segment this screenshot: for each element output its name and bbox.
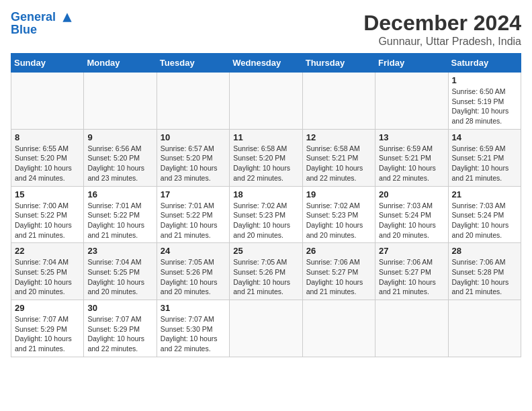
calendar-cell: 21 Sunrise: 7:03 AM Sunset: 5:24 PM Dayl… bbox=[448, 186, 521, 243]
day-number: 12 bbox=[306, 132, 371, 142]
day-detail: Sunrise: 6:56 AM Sunset: 5:20 PM Dayligh… bbox=[87, 144, 152, 183]
calendar-cell: 18 Sunrise: 7:02 AM Sunset: 5:23 PM Dayl… bbox=[230, 186, 302, 243]
calendar-week-row: 29 Sunrise: 7:07 AM Sunset: 5:29 PM Dayl… bbox=[11, 300, 521, 357]
day-detail: Sunrise: 7:03 AM Sunset: 5:24 PM Dayligh… bbox=[452, 201, 517, 240]
day-number: 30 bbox=[87, 303, 152, 313]
day-detail: Sunrise: 6:59 AM Sunset: 5:21 PM Dayligh… bbox=[452, 144, 517, 183]
calendar-cell bbox=[375, 300, 448, 357]
title-block: December 2024 Gunnaur, Uttar Pradesh, In… bbox=[363, 11, 521, 48]
calendar-cell: 15 Sunrise: 7:00 AM Sunset: 5:22 PM Dayl… bbox=[11, 186, 84, 243]
calendar-cell: 25 Sunrise: 7:05 AM Sunset: 5:26 PM Dayl… bbox=[230, 243, 302, 300]
day-detail: Sunrise: 7:04 AM Sunset: 5:25 PM Dayligh… bbox=[15, 257, 80, 297]
calendar-week-row: 8 Sunrise: 6:55 AM Sunset: 5:20 PM Dayli… bbox=[11, 129, 521, 186]
weekday-header: Monday bbox=[84, 54, 157, 73]
logo-text: General bbox=[11, 11, 74, 24]
location: Gunnaur, Uttar Pradesh, India bbox=[363, 36, 521, 48]
svg-marker-0 bbox=[62, 13, 71, 22]
calendar-cell: 10 Sunrise: 6:57 AM Sunset: 5:20 PM Dayl… bbox=[157, 129, 229, 186]
calendar-week-row: 15 Sunrise: 7:00 AM Sunset: 5:22 PM Dayl… bbox=[11, 186, 521, 243]
logo-blue: Blue bbox=[11, 23, 74, 37]
calendar-week-row: 22 Sunrise: 7:04 AM Sunset: 5:25 PM Dayl… bbox=[11, 243, 521, 300]
calendar-cell: 12 Sunrise: 6:58 AM Sunset: 5:21 PM Dayl… bbox=[302, 129, 375, 186]
calendar-cell: 31 Sunrise: 7:07 AM Sunset: 5:30 PM Dayl… bbox=[157, 300, 229, 357]
day-number: 15 bbox=[15, 189, 80, 199]
day-detail: Sunrise: 7:04 AM Sunset: 5:25 PM Dayligh… bbox=[87, 257, 152, 297]
day-number: 27 bbox=[379, 246, 444, 256]
day-detail: Sunrise: 7:06 AM Sunset: 5:27 PM Dayligh… bbox=[379, 257, 444, 297]
day-number: 8 bbox=[15, 132, 80, 142]
day-detail: Sunrise: 6:58 AM Sunset: 5:21 PM Dayligh… bbox=[306, 144, 371, 183]
day-detail: Sunrise: 7:06 AM Sunset: 5:28 PM Dayligh… bbox=[452, 257, 517, 297]
day-number: 1 bbox=[452, 75, 517, 85]
day-detail: Sunrise: 7:02 AM Sunset: 5:23 PM Dayligh… bbox=[306, 201, 371, 240]
day-number: 25 bbox=[233, 246, 298, 256]
page-header: General Blue December 2024 Gunnaur, Utta… bbox=[11, 11, 521, 48]
day-detail: Sunrise: 6:55 AM Sunset: 5:20 PM Dayligh… bbox=[15, 144, 80, 183]
weekday-header: Thursday bbox=[302, 54, 375, 73]
day-detail: Sunrise: 7:03 AM Sunset: 5:24 PM Dayligh… bbox=[379, 201, 444, 240]
day-number: 21 bbox=[452, 189, 517, 199]
day-detail: Sunrise: 6:58 AM Sunset: 5:20 PM Dayligh… bbox=[233, 144, 298, 183]
day-detail: Sunrise: 7:01 AM Sunset: 5:22 PM Dayligh… bbox=[87, 201, 152, 240]
weekday-header: Sunday bbox=[11, 54, 84, 73]
day-detail: Sunrise: 7:06 AM Sunset: 5:27 PM Dayligh… bbox=[306, 257, 371, 297]
calendar-cell: 13 Sunrise: 6:59 AM Sunset: 5:21 PM Dayl… bbox=[375, 129, 448, 186]
calendar-cell: 29 Sunrise: 7:07 AM Sunset: 5:29 PM Dayl… bbox=[11, 300, 84, 357]
calendar-cell: 8 Sunrise: 6:55 AM Sunset: 5:20 PM Dayli… bbox=[11, 129, 84, 186]
calendar-cell: 14 Sunrise: 6:59 AM Sunset: 5:21 PM Dayl… bbox=[448, 129, 521, 186]
day-number: 19 bbox=[306, 189, 371, 199]
logo-icon bbox=[60, 11, 74, 24]
day-detail: Sunrise: 7:07 AM Sunset: 5:29 PM Dayligh… bbox=[15, 314, 80, 354]
calendar-cell: 26 Sunrise: 7:06 AM Sunset: 5:27 PM Dayl… bbox=[302, 243, 375, 300]
calendar-cell: 27 Sunrise: 7:06 AM Sunset: 5:27 PM Dayl… bbox=[375, 243, 448, 300]
calendar-cell: 22 Sunrise: 7:04 AM Sunset: 5:25 PM Dayl… bbox=[11, 243, 84, 300]
calendar-cell bbox=[448, 300, 521, 357]
day-number: 31 bbox=[161, 303, 226, 313]
calendar-table: SundayMondayTuesdayWednesdayThursdayFrid… bbox=[11, 53, 521, 357]
day-detail: Sunrise: 7:07 AM Sunset: 5:30 PM Dayligh… bbox=[161, 314, 226, 354]
day-number: 20 bbox=[379, 189, 444, 199]
weekday-header: Wednesday bbox=[230, 54, 302, 73]
day-number: 13 bbox=[379, 132, 444, 142]
calendar-cell: 23 Sunrise: 7:04 AM Sunset: 5:25 PM Dayl… bbox=[84, 243, 157, 300]
day-number: 17 bbox=[161, 189, 226, 199]
calendar-cell: 11 Sunrise: 6:58 AM Sunset: 5:20 PM Dayl… bbox=[230, 129, 302, 186]
weekday-header-row: SundayMondayTuesdayWednesdayThursdayFrid… bbox=[11, 54, 521, 73]
calendar-cell bbox=[302, 73, 375, 130]
day-detail: Sunrise: 7:05 AM Sunset: 5:26 PM Dayligh… bbox=[233, 257, 298, 297]
calendar-cell bbox=[84, 73, 157, 130]
calendar-cell bbox=[230, 300, 302, 357]
calendar-cell: 19 Sunrise: 7:02 AM Sunset: 5:23 PM Dayl… bbox=[302, 186, 375, 243]
calendar-cell: 30 Sunrise: 7:07 AM Sunset: 5:29 PM Dayl… bbox=[84, 300, 157, 357]
day-detail: Sunrise: 6:57 AM Sunset: 5:20 PM Dayligh… bbox=[161, 144, 226, 183]
day-number: 22 bbox=[15, 246, 80, 256]
calendar-cell bbox=[230, 73, 302, 130]
day-detail: Sunrise: 7:01 AM Sunset: 5:22 PM Dayligh… bbox=[161, 201, 226, 240]
day-number: 16 bbox=[87, 189, 152, 199]
calendar-cell: 24 Sunrise: 7:05 AM Sunset: 5:26 PM Dayl… bbox=[157, 243, 229, 300]
day-number: 14 bbox=[452, 132, 517, 142]
calendar-cell bbox=[11, 73, 84, 130]
day-number: 9 bbox=[87, 132, 152, 142]
day-number: 23 bbox=[87, 246, 152, 256]
day-number: 28 bbox=[452, 246, 517, 256]
day-detail: Sunrise: 6:50 AM Sunset: 5:19 PM Dayligh… bbox=[452, 87, 517, 126]
day-number: 26 bbox=[306, 246, 371, 256]
day-detail: Sunrise: 7:00 AM Sunset: 5:22 PM Dayligh… bbox=[15, 201, 80, 240]
calendar-week-row: 1 Sunrise: 6:50 AM Sunset: 5:19 PM Dayli… bbox=[11, 73, 521, 130]
calendar-cell: 9 Sunrise: 6:56 AM Sunset: 5:20 PM Dayli… bbox=[84, 129, 157, 186]
weekday-header: Friday bbox=[375, 54, 448, 73]
day-number: 10 bbox=[161, 132, 226, 142]
logo: General Blue bbox=[11, 11, 74, 37]
day-number: 24 bbox=[161, 246, 226, 256]
weekday-header: Saturday bbox=[448, 54, 521, 73]
calendar-cell: 17 Sunrise: 7:01 AM Sunset: 5:22 PM Dayl… bbox=[157, 186, 229, 243]
calendar-cell: 28 Sunrise: 7:06 AM Sunset: 5:28 PM Dayl… bbox=[448, 243, 521, 300]
calendar-cell bbox=[302, 300, 375, 357]
day-detail: Sunrise: 7:07 AM Sunset: 5:29 PM Dayligh… bbox=[87, 314, 152, 354]
calendar-cell: 20 Sunrise: 7:03 AM Sunset: 5:24 PM Dayl… bbox=[375, 186, 448, 243]
calendar-cell bbox=[375, 73, 448, 130]
day-detail: Sunrise: 7:05 AM Sunset: 5:26 PM Dayligh… bbox=[161, 257, 226, 297]
day-detail: Sunrise: 7:02 AM Sunset: 5:23 PM Dayligh… bbox=[233, 201, 298, 240]
day-detail: Sunrise: 6:59 AM Sunset: 5:21 PM Dayligh… bbox=[379, 144, 444, 183]
